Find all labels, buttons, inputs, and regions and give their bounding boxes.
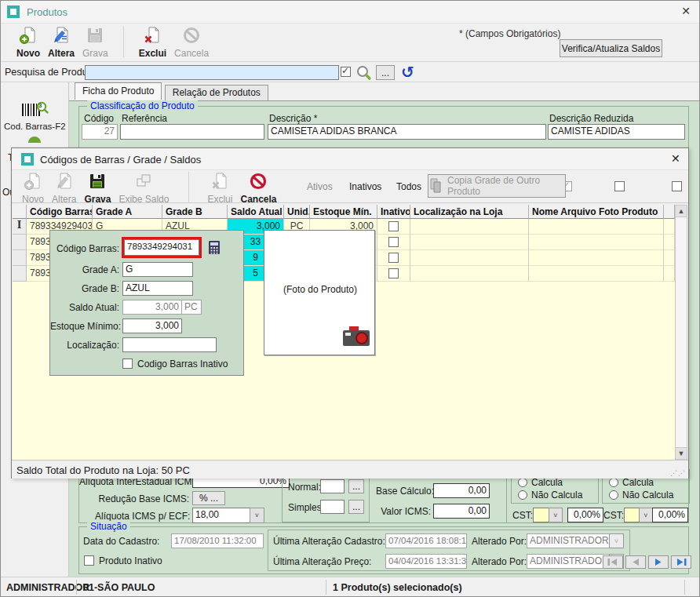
copia-grade-button[interactable]: Copia Grade de Outro Produto [428,174,566,198]
nav-first-button[interactable] [603,555,623,569]
tab-ficha-produto[interactable]: Ficha do Produto [75,82,162,100]
produto-inativo-checkbox[interactable] [84,555,94,566]
row-inativo-checkbox[interactable] [388,253,399,263]
aliquota-ecf-dropdown[interactable]: ˅ [250,508,264,523]
referencia-field[interactable] [120,124,264,140]
cst-dropdown-1[interactable]: ˅ [549,508,563,522]
altera-button[interactable]: Altera [44,24,78,60]
estoque-minimo-field[interactable]: 3,000 [122,319,182,333]
dialog-novo-button[interactable]: Novo [18,170,48,206]
dialog-cancela-button[interactable]: Cancela [236,170,280,206]
cst-pct-field-2[interactable]: 0,00% [652,508,688,522]
grade-a-field[interactable]: G [122,262,193,277]
grid-vscrollbar[interactable]: ▲ ▼ [675,205,687,460]
reducao-base-label: Redução Base ICMS: [95,493,189,504]
simples-label: Simples: [288,502,324,513]
col-saldo-atual[interactable]: Saldo Atual [228,205,284,219]
refresh-icon[interactable]: ↺ [401,63,414,82]
nav-prev-button[interactable] [625,555,646,569]
tab-relacao-produtos[interactable]: Relação de Produtos [165,85,268,101]
nav-next-button[interactable] [648,555,669,569]
copy-pages-icon [428,177,443,195]
col-grade-b[interactable]: Grade B [162,205,228,219]
statusbar-user: ADMINISTRADOR [6,582,89,593]
descricao-field[interactable]: CAMISETA ADIDAS BRANCA [268,124,546,140]
row-inativo-checkbox[interactable] [388,268,399,278]
titlebar: Produtos ✕ [0,0,700,24]
search-more-button[interactable]: ... [376,65,395,80]
inativos-checkbox[interactable] [614,181,625,191]
cancela-button-disabled[interactable]: Cancela [170,24,213,60]
base-calculo-field[interactable]: 0,00 [433,483,490,498]
alterado-por-label-1: Alterado Por: [472,536,527,547]
reducao-base-button[interactable]: % ... [192,491,225,505]
cst-pct-field-1[interactable]: 0,00% [567,508,603,522]
codigo-barras-field[interactable]: 7893349294031 [124,239,199,256]
col-localizacao[interactable]: Localização na Loja [410,205,529,219]
aliquota-ecf-label: Alíquota ICMS p/ ECF: [95,511,189,522]
data-cadastro-field: 17/08/2010 11:32:00 [171,533,264,548]
alterado-por-dropdown-1[interactable]: ˅ [609,533,624,548]
cst-field-1[interactable] [533,508,549,522]
referencia-label: Referência [122,113,167,124]
localizacao-field[interactable] [122,337,217,352]
cst-dropdown-2[interactable]: ˅ [639,508,653,522]
nao-calcula-label-1: Não Calcula [531,490,582,501]
dialog-close-icon[interactable]: ✕ [671,152,680,165]
normal-more-button[interactable]: ... [348,479,364,493]
col-unid[interactable]: Unid. [284,205,310,219]
dialog-exclui-button[interactable]: Exclui [203,170,236,206]
resize-grip-icon[interactable]: ⋰⋰ [670,469,686,477]
calcula-radio-2[interactable] [609,478,618,487]
codigo-barras-label: Código Barras: [50,243,119,254]
nav-last-button[interactable] [671,555,691,569]
codigo-barras-inativo-checkbox[interactable] [122,359,133,369]
dialog-exibe-saldo-button[interactable]: Exibe Saldo [115,170,173,206]
inativos-label: Inativos [349,181,381,192]
todos-checkbox[interactable] [672,181,682,191]
edit-doc-icon [55,172,74,193]
calcula-radio-1[interactable] [518,478,527,487]
col-estoque-min[interactable]: Estoque Mín. [310,205,377,219]
descricao-reduzida-field[interactable]: CAMISTE ADIDAS [548,124,685,140]
codigo-barras-highlight: 7893349294031 [122,237,202,258]
cst-field-2[interactable] [624,508,640,522]
aliquota-ecf-field[interactable]: 18,00 [192,508,250,523]
alterado-por-field-2: ADMINISTRADOR [527,554,610,569]
grade-b-field[interactable]: AZUL [122,281,193,296]
camera-icon[interactable] [341,325,371,351]
search-input[interactable] [85,65,339,80]
row-cursor-marker: I [13,219,27,235]
simples-more-button[interactable]: ... [348,500,364,514]
row-inativo-checkbox[interactable] [388,221,399,231]
close-icon[interactable]: ✕ [681,5,691,17]
nao-calcula-radio-2[interactable] [609,490,618,500]
codigo-field[interactable]: 27 [82,124,118,140]
simples-field[interactable] [320,500,345,514]
grava-button-disabled[interactable]: Grava [78,24,112,60]
col-inativo[interactable]: Inativo [377,205,410,219]
calculator-icon[interactable] [208,240,221,257]
verifica-atualiza-saldos-button[interactable]: Verifica/Atualiza Saldos [560,39,662,57]
novo-button[interactable]: Novo [13,24,44,60]
normal-field[interactable] [320,479,345,493]
dialog-toolbar-separator [188,172,189,203]
search-icon[interactable] [355,64,372,84]
col-nome-arquivo[interactable]: Nome Arquivo Foto Produto [529,205,664,219]
exclui-button[interactable]: Exclui [135,24,170,60]
col-filler [664,205,675,219]
row-inativo-checkbox[interactable] [388,237,399,247]
estoque-minimo-label: Estoque Mínimo: [50,321,119,332]
valor-icms-field[interactable]: 0,00 [433,504,490,519]
dialog-grava-button[interactable]: Grava [80,170,115,206]
produto-inativo-label: Produto Inativo [99,555,162,566]
col-grade-a[interactable]: Grade A [93,205,162,219]
scroll-down-icon[interactable]: ▼ [676,447,687,459]
scroll-up-icon[interactable]: ▲ [676,206,687,217]
cod-barras-button[interactable]: 3 Cod. Barras-F2 [4,100,65,138]
search-exact-checkbox[interactable] [341,67,351,77]
nao-calcula-radio-1[interactable] [518,490,527,500]
product-photo-box[interactable]: (Foto do Produto) [264,230,375,355]
col-codigo-barras[interactable]: Código Barras [27,205,93,219]
dialog-altera-button[interactable]: Altera [48,170,80,206]
